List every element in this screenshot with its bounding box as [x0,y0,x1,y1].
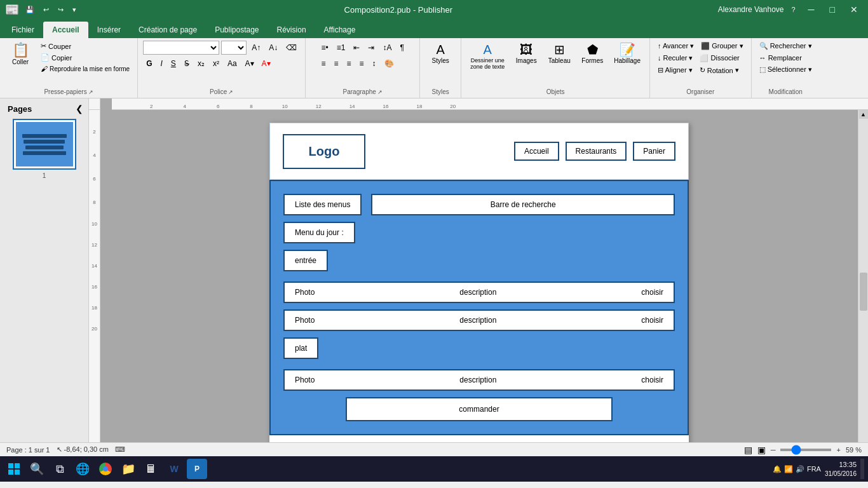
view-single-button[interactable]: ▣ [757,445,766,455]
clear-format-button[interactable]: ⌫ [283,41,300,55]
tab-inserer[interactable]: Insérer [88,22,130,38]
publisher-button[interactable]: P [187,459,207,479]
font-family-select[interactable] [143,41,219,55]
chrome-browser-button[interactable] [95,459,116,479]
scrollbar-right[interactable]: ▲ ▼ [858,110,868,442]
close-button[interactable]: ✕ [845,3,863,16]
tab-creation-de-page[interactable]: Création de page [130,22,206,38]
svg-rect-2 [15,463,20,468]
dissocier-button[interactable]: ⬜ Dissocier [697,53,742,64]
show-desktop-button[interactable] [860,459,864,479]
plat-item-1[interactable]: Photo description choisir [283,369,675,391]
nav-panier-button[interactable]: Panier [633,142,675,161]
reproduire-button[interactable]: 🖌 Reproduire la mise en forme [38,64,132,74]
calculator-button[interactable]: 🖩 [141,459,161,479]
font-size-select[interactable] [221,41,247,55]
entree-label-box[interactable]: entrée [283,250,328,271]
scroll-thumb-right[interactable] [860,273,867,311]
entree-item-1[interactable]: Photo description choisir [283,281,675,303]
undo-button[interactable]: ↩ [41,4,51,15]
italic-button[interactable]: I [158,57,166,71]
maximize-button[interactable]: □ [825,3,840,16]
superscript-button[interactable]: x² [210,57,222,71]
search-button[interactable]: 🔍 [27,459,47,479]
aligner-button[interactable]: ⊟ Aligner ▾ [655,65,695,76]
strikethrough-button[interactable]: S̶ [181,57,193,71]
rechercher-button[interactable]: 🔍 Rechercher ▾ [757,41,815,51]
bold-button[interactable]: G [143,57,155,71]
numbering-button[interactable]: ≡1 [334,41,349,55]
text-zone-button[interactable]: A Dessiner unezone de texte [466,41,508,72]
tab-fichier[interactable]: Fichier [3,22,43,38]
copier-button[interactable]: 📄 Copier [38,52,132,63]
task-view-button[interactable]: ⧉ [50,459,70,479]
font-shrink-button[interactable]: A↓ [266,41,281,55]
view-layout-button[interactable]: ▤ [744,445,752,455]
minimize-button[interactable]: ─ [803,3,820,16]
entree-item-2[interactable]: Photo description choisir [283,309,675,331]
increase-indent-button[interactable]: ⇥ [365,41,377,55]
font-grow-button[interactable]: A↑ [248,41,264,55]
bullets-button[interactable]: ≡• [318,41,332,55]
selectionner-button[interactable]: ⬚ Sélectionner ▾ [757,64,815,75]
explorer-button[interactable]: 📁 [118,459,139,479]
shading-button[interactable]: 🎨 [381,57,397,71]
help-button[interactable]: ? [789,4,797,15]
rotation-button[interactable]: ↻ Rotation ▾ [697,65,742,76]
liste-menus-box[interactable]: Liste des menus [283,194,362,215]
menu-du-jour-box[interactable]: Menu du jour : [283,222,355,243]
couper-button[interactable]: ✂ Couper [38,41,132,51]
decrease-indent-button[interactable]: ⇤ [350,41,363,55]
save-button[interactable]: 💾 [23,4,37,15]
font-color-button[interactable]: A▾ [259,57,274,71]
zoom-plus-icon[interactable]: + [836,446,840,454]
redo-button[interactable]: ↪ [55,4,66,15]
font-case-button[interactable]: Aa [224,57,240,71]
qat-customize-button[interactable]: ▾ [70,4,79,15]
grouper-button[interactable]: ⬛ Grouper ▾ [698,41,745,51]
tab-revision[interactable]: Révision [268,22,315,38]
police-expand-icon[interactable]: ↗ [228,89,233,95]
formes-button[interactable]: ⬟ Formes [577,41,607,67]
start-button[interactable] [4,459,24,479]
clock[interactable]: 13:35 31/05/2016 [825,460,857,477]
align-left-button[interactable]: ≡ [318,57,329,71]
align-center-button[interactable]: ≡ [331,57,342,71]
zoom-minus-icon[interactable]: ─ [771,446,776,454]
para-expand-icon[interactable]: ↗ [377,89,383,95]
tableau-button[interactable]: ⊞ Tableau [544,41,574,67]
styles-button[interactable]: A Styles [425,41,456,67]
edge-browser-button[interactable]: 🌐 [72,459,93,479]
line-spacing-button[interactable]: ↕ [369,57,379,71]
tab-affichage[interactable]: Affichage [315,22,365,38]
search-bar-box[interactable]: Barre de recherche [371,194,675,215]
align-right-button[interactable]: ≡ [344,57,355,71]
remplacer-button[interactable]: ↔ Remplacer [757,53,804,63]
word-button[interactable]: W [164,459,184,479]
show-marks-button[interactable]: ¶ [397,41,407,55]
presse-papiers-expand-icon[interactable]: ↗ [88,89,93,95]
tab-accueil[interactable]: Accueil [43,22,88,38]
collapse-panel-button[interactable]: ❮ [76,104,83,114]
images-button[interactable]: 🖼 Images [511,41,541,67]
coller-button[interactable]: 📋 Coller [5,41,36,68]
zoom-slider[interactable] [780,449,831,451]
highlight-button[interactable]: A▾ [242,57,257,71]
justify-button[interactable]: ≡ [356,57,367,71]
underline-button[interactable]: S [168,57,179,71]
habillage-button[interactable]: 📝 Habillage [610,41,644,67]
sort-button[interactable]: ↕A [379,41,395,55]
subscript-button[interactable]: x₂ [194,57,208,71]
reculer-button[interactable]: ↓ Reculer ▾ [655,53,696,64]
language-indicator[interactable]: FRA [807,465,821,473]
avancer-button[interactable]: ↑ Avancer ▾ [655,41,696,51]
logo-box[interactable]: Logo [283,134,365,169]
tab-publipostage[interactable]: Publipostage [206,22,268,38]
plat-label-box[interactable]: plat [283,337,318,359]
scroll-up-button[interactable]: ▲ [859,110,868,119]
nav-accueil-button[interactable]: Accueil [514,142,559,161]
page-thumbnail-1[interactable] [13,119,76,170]
commander-box[interactable]: commander [346,397,613,421]
nav-restaurants-button[interactable]: Restaurants [566,142,627,161]
zoom-level: 59 % [846,446,862,454]
